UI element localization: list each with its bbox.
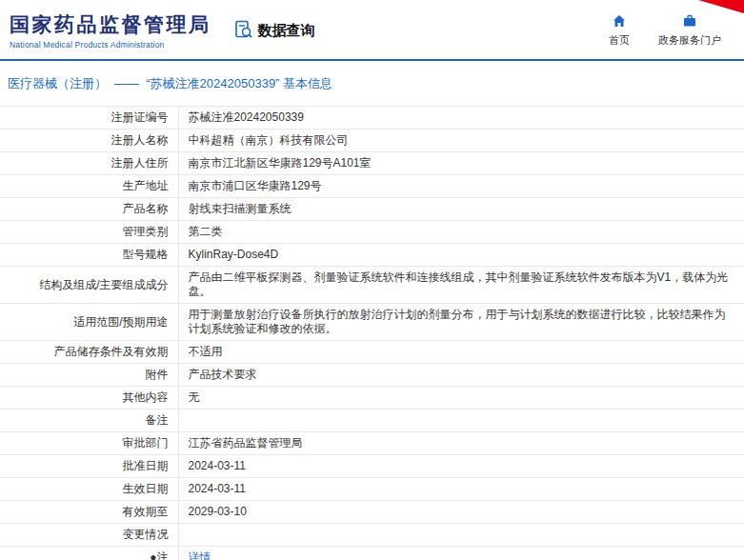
- row-value: 第二类: [178, 221, 744, 244]
- row-label: 生产地址: [0, 175, 178, 198]
- breadcrumb-separator: ——: [114, 76, 139, 90]
- table-row: 审批部门江苏省药品监督管理局: [0, 432, 744, 455]
- row-label: 生效日期: [0, 478, 178, 501]
- row-value: 中科超精（南京）科技有限公司: [178, 130, 744, 152]
- nav-home-label: 首页: [609, 33, 630, 48]
- row-value: 产品技术要求: [178, 364, 744, 387]
- corner-ribbon-decoration: [698, 0, 744, 13]
- row-label: 产品储存条件及有效期: [0, 341, 178, 364]
- table-row: 有效期至2029-03-10: [0, 501, 744, 524]
- row-label: 适用范围/预期用途: [0, 304, 178, 341]
- row-label: ●注: [0, 547, 178, 560]
- row-value: 不适用: [178, 341, 744, 364]
- row-value: KylinRay-Dose4D: [178, 244, 744, 267]
- site-header: 国家药品监督管理局 National Medical Products Admi…: [0, 0, 744, 59]
- site-subtitle: National Medical Products Administration: [10, 40, 211, 50]
- data-query-label: 数据查询: [258, 22, 315, 40]
- row-label: 型号规格: [0, 244, 178, 267]
- table-row: 管理类别第二类: [0, 221, 744, 244]
- row-value: 江苏省药品监督管理局: [178, 432, 744, 455]
- table-row: 其他内容无: [0, 387, 744, 410]
- row-label: 产品名称: [0, 198, 178, 221]
- breadcrumb-page-title: “苏械注准20242050339” 基本信息: [146, 76, 332, 90]
- row-value: 南京市江北新区华康路129号A101室: [178, 152, 744, 175]
- table-row: 生效日期2024-03-11: [0, 478, 744, 501]
- data-query-icon: [234, 20, 253, 42]
- row-label: 结构及组成/主要组成成分: [0, 267, 178, 304]
- table-row: 产品储存条件及有效期不适用: [0, 341, 744, 364]
- nav-gov-portal-label: 政务服务门户: [658, 33, 721, 48]
- row-label: 备注: [0, 410, 178, 432]
- table-row: 注册人名称中科超精（南京）科技有限公司: [0, 130, 744, 152]
- table-row: 批准日期2024-03-11: [0, 455, 744, 478]
- row-label: 其他内容: [0, 387, 178, 410]
- table-row: 生产地址南京市浦口区华康路129号: [0, 175, 744, 198]
- table-row: 备注: [0, 410, 744, 432]
- table-row: ●注详情: [0, 547, 744, 560]
- header-nav: 首页 政务服务门户: [609, 13, 721, 48]
- nav-home[interactable]: 首页: [609, 13, 630, 48]
- site-logo[interactable]: 国家药品监督管理局 National Medical Products Admi…: [10, 11, 211, 50]
- row-label: 注册人住所: [0, 152, 178, 175]
- home-icon: [612, 13, 627, 30]
- breadcrumb: 医疗器械（注册） —— “苏械注准20242050339” 基本信息: [0, 61, 744, 106]
- row-value: 南京市浦口区华康路129号: [178, 175, 744, 198]
- row-label: 变更情况: [0, 524, 178, 547]
- data-query-section: 数据查询: [234, 20, 315, 42]
- breadcrumb-category[interactable]: 医疗器械（注册）: [8, 76, 107, 90]
- table-row: 适用范围/预期用途用于测量放射治疗设备所执行的放射治疗计划的剂量分布，用于与计划…: [0, 304, 744, 341]
- row-label: 注册证编号: [0, 107, 178, 130]
- row-label: 注册人名称: [0, 130, 178, 152]
- row-value: 苏械注准20242050339: [178, 107, 744, 130]
- row-value: 产品由二维平板探测器、剂量验证系统软件和连接线组成，其中剂量验证系统软件发布版本…: [178, 267, 744, 304]
- table-row: 型号规格KylinRay-Dose4D: [0, 244, 744, 267]
- row-value: 2024-03-11: [178, 455, 744, 478]
- table-row: 注册证编号苏械注准20242050339: [0, 107, 744, 130]
- row-value: 2024-03-11: [178, 478, 744, 501]
- row-value: 射线束扫描测量系统: [178, 198, 744, 221]
- table-row: 附件产品技术要求: [0, 364, 744, 387]
- row-value: 详情: [178, 547, 744, 560]
- row-value: 2029-03-10: [178, 501, 744, 524]
- site-title: 国家药品监督管理局: [10, 11, 211, 38]
- row-label: 管理类别: [0, 221, 178, 244]
- row-label: 附件: [0, 364, 178, 387]
- table-row: 注册人住所南京市江北新区华康路129号A101室: [0, 152, 744, 175]
- table-row: 变更情况: [0, 524, 744, 547]
- briefcase-icon: [682, 13, 697, 30]
- registration-info-table: 注册证编号苏械注准20242050339注册人名称中科超精（南京）科技有限公司注…: [0, 106, 744, 560]
- row-value: 无: [178, 387, 744, 410]
- row-label: 批准日期: [0, 455, 178, 478]
- row-label: 有效期至: [0, 501, 178, 524]
- detail-link[interactable]: 详情: [189, 550, 211, 560]
- table-row: 结构及组成/主要组成成分产品由二维平板探测器、剂量验证系统软件和连接线组成，其中…: [0, 267, 744, 304]
- row-value: [178, 410, 744, 432]
- row-value: 用于测量放射治疗设备所执行的放射治疗计划的剂量分布，用于与计划系统的数据进行比较…: [178, 304, 744, 341]
- row-value: [178, 524, 744, 547]
- table-row: 产品名称射线束扫描测量系统: [0, 198, 744, 221]
- row-label: 审批部门: [0, 432, 178, 455]
- nav-gov-portal[interactable]: 政务服务门户: [658, 13, 721, 48]
